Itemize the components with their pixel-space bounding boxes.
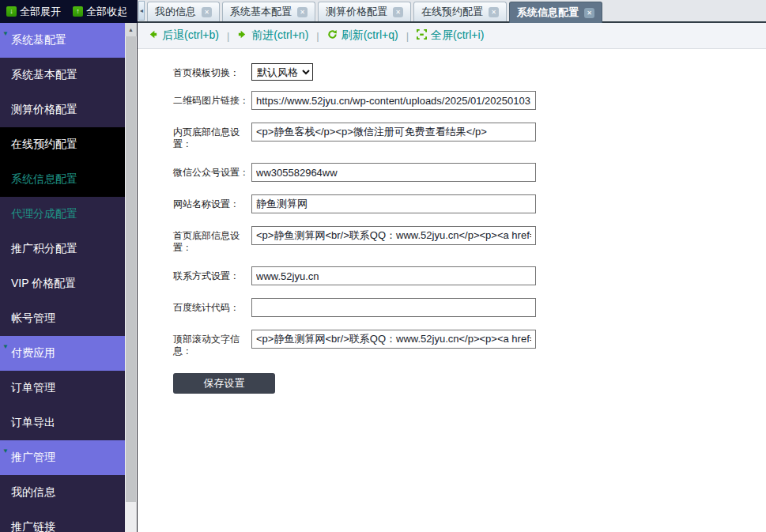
close-icon[interactable]: ✕ bbox=[393, 7, 403, 17]
form-row-qrcode-link: 二维码图片链接： bbox=[173, 91, 536, 110]
expand-all-button[interactable]: ↓ 全部展开 bbox=[6, 5, 61, 19]
settings-panel: 首页模板切换： 默认风格 二维码图片链接： 内页底部信息设置： 微信公众号设置：… bbox=[138, 49, 766, 532]
scroll-up-icon[interactable]: ▲ bbox=[125, 23, 137, 36]
field-label: 二维码图片链接： bbox=[173, 91, 251, 110]
sidebar-item-promo-points-config[interactable]: 推广积分配置 bbox=[0, 232, 125, 266]
admin-page: ↓ 全部展开 ↑ 全部收起 ◂ 我的信息 ✕ 系统基本配置 ✕ 测算价格配置 ✕… bbox=[0, 0, 766, 532]
tab-online-booking-config[interactable]: 在线预约配置 ✕ bbox=[413, 2, 507, 21]
qrcode-link-input[interactable] bbox=[251, 91, 536, 110]
tab-label: 系统基本配置 bbox=[230, 5, 292, 19]
tab-bar: ◂ 我的信息 ✕ 系统基本配置 ✕ 测算价格配置 ✕ 在线预约配置 ✕ 系统信息… bbox=[138, 0, 766, 23]
close-icon[interactable]: ✕ bbox=[202, 7, 212, 17]
sidebar-item-label: 订单导出 bbox=[11, 416, 55, 430]
nav-toolbar: 后退(ctrl+b) | 前进(ctrl+n) | 刷新(ctrl+q) | 全… bbox=[138, 23, 766, 49]
toolbar-separator: | bbox=[227, 30, 229, 42]
toolbar-separator: | bbox=[316, 30, 319, 42]
close-icon[interactable]: ✕ bbox=[297, 7, 308, 17]
sidebar-item-label: 推广积分配置 bbox=[11, 242, 77, 256]
sidebar-item-account-management[interactable]: 帐号管理 bbox=[0, 301, 125, 336]
form-row-site-name: 网站名称设置： bbox=[173, 194, 536, 213]
back-button[interactable]: 后退(ctrl+b) bbox=[148, 28, 219, 43]
sidebar-item-label: 在线预约配置 bbox=[11, 138, 77, 152]
close-icon[interactable]: ✕ bbox=[489, 7, 499, 17]
sidebar-item-order-management[interactable]: 订单管理 bbox=[0, 371, 125, 406]
toolbar-separator: | bbox=[406, 30, 409, 42]
tab-label: 我的信息 bbox=[155, 5, 196, 19]
refresh-label: 刷新(ctrl+q) bbox=[341, 28, 398, 43]
sidebar-item-paid-apps-group[interactable]: ▼ 付费应用 bbox=[0, 336, 125, 371]
fullscreen-icon bbox=[417, 29, 427, 42]
sidebar-item-online-booking-config[interactable]: 在线预约配置 bbox=[0, 127, 125, 162]
field-label: 百度统计代码： bbox=[173, 298, 251, 317]
sidebar-scrollbar[interactable]: ▲ bbox=[125, 23, 138, 532]
tab-my-info[interactable]: 我的信息 ✕ bbox=[147, 2, 220, 21]
forward-button[interactable]: 前进(ctrl+n) bbox=[237, 28, 308, 43]
top-scroll-text-input[interactable] bbox=[251, 330, 536, 349]
save-settings-button[interactable]: 保存设置 bbox=[173, 373, 275, 394]
sidebar-item-label: 代理分成配置 bbox=[11, 207, 77, 221]
sidebar-item-label: 订单管理 bbox=[11, 381, 55, 395]
field-label: 网站名称设置： bbox=[173, 194, 251, 213]
field-label: 顶部滚动文字信息： bbox=[173, 330, 251, 357]
sidebar-item-label: 系统基本配置 bbox=[11, 68, 77, 82]
sidebar-item-label: 帐号管理 bbox=[11, 311, 55, 326]
collapse-all-icon: ↑ bbox=[73, 6, 83, 17]
wechat-official-input[interactable] bbox=[251, 163, 536, 182]
expand-all-icon: ↓ bbox=[6, 6, 17, 17]
home-footer-info-input[interactable] bbox=[251, 226, 536, 245]
sidebar-item-label: 我的信息 bbox=[11, 485, 55, 500]
tab-label: 在线预约配置 bbox=[421, 5, 483, 19]
forward-arrow-icon bbox=[237, 29, 247, 42]
tab-system-basic-config[interactable]: 系统基本配置 ✕ bbox=[222, 2, 315, 21]
tab-label: 系统信息配置 bbox=[517, 6, 579, 20]
collapse-all-button[interactable]: ↑ 全部收起 bbox=[73, 5, 127, 19]
form-row-baidu-stats: 百度统计代码： bbox=[173, 298, 536, 317]
tab-scroll-left-button[interactable]: ◂ bbox=[138, 1, 145, 21]
sidebar-item-promo-link[interactable]: 推广链接 bbox=[0, 510, 125, 532]
sidebar-item-system-base-group[interactable]: ▼ 系统基配置 bbox=[0, 23, 125, 58]
sidebar-item-promotion-group[interactable]: ▼ 推广管理 bbox=[0, 440, 125, 475]
tab-calc-price-config[interactable]: 测算价格配置 ✕ bbox=[318, 2, 411, 21]
fullscreen-label: 全屏(ctrl+i) bbox=[431, 28, 484, 43]
baidu-stats-input[interactable] bbox=[251, 298, 536, 317]
refresh-icon bbox=[327, 29, 338, 42]
sidebar-item-label: 系统信息配置 bbox=[11, 172, 77, 187]
back-label: 后退(ctrl+b) bbox=[162, 28, 219, 43]
form-row-top-scroll-text: 顶部滚动文字信息： bbox=[173, 330, 536, 357]
sidebar-item-label: VIP 价格配置 bbox=[11, 277, 76, 291]
home-template-select[interactable]: 默认风格 bbox=[251, 63, 313, 81]
sidebar-item-label: 付费应用 bbox=[11, 346, 55, 360]
sidebar-item-label: 测算价格配置 bbox=[11, 103, 77, 117]
contact-input[interactable] bbox=[251, 266, 536, 285]
field-label: 首页模板切换： bbox=[173, 63, 251, 81]
sidebar-menu: ▼ 系统基配置 系统基本配置 测算价格配置 在线预约配置 系统信息配置 代理分成… bbox=[0, 23, 125, 532]
sidebar-item-order-export[interactable]: 订单导出 bbox=[0, 406, 125, 440]
form-row-contact: 联系方式设置： bbox=[173, 266, 536, 285]
field-label: 联系方式设置： bbox=[173, 266, 251, 285]
chevron-down-icon: ▼ bbox=[2, 30, 9, 37]
sidebar-item-label: 系统基配置 bbox=[11, 33, 66, 47]
sidebar-item-calc-price-config[interactable]: 测算价格配置 bbox=[0, 92, 125, 127]
field-label: 首页底部信息设置： bbox=[173, 226, 251, 254]
tab-system-info-config[interactable]: 系统信息配置 ✕ bbox=[509, 2, 602, 23]
close-icon[interactable]: ✕ bbox=[584, 8, 594, 18]
scrollbar-thumb[interactable] bbox=[126, 36, 136, 502]
collapse-all-label: 全部收起 bbox=[86, 5, 127, 19]
fullscreen-button[interactable]: 全屏(ctrl+i) bbox=[417, 28, 484, 43]
scroll-left-icon: ◂ bbox=[140, 7, 143, 14]
sidebar-item-system-basic-config[interactable]: 系统基本配置 bbox=[0, 58, 125, 92]
expand-all-label: 全部展开 bbox=[20, 5, 61, 19]
inner-footer-info-input[interactable] bbox=[251, 123, 536, 141]
sidebar-item-system-info-config[interactable]: 系统信息配置 bbox=[0, 162, 125, 197]
form-row-home-template: 首页模板切换： 默认风格 bbox=[173, 63, 536, 81]
sidebar-item-vip-price-config[interactable]: VIP 价格配置 bbox=[0, 266, 125, 301]
form-row-inner-footer-info: 内页底部信息设置： bbox=[173, 123, 536, 150]
sidebar-item-my-info[interactable]: 我的信息 bbox=[0, 475, 125, 510]
chevron-down-icon: ▼ bbox=[2, 343, 9, 350]
refresh-button[interactable]: 刷新(ctrl+q) bbox=[327, 28, 398, 43]
sidebar-item-agent-commission-config[interactable]: 代理分成配置 bbox=[0, 197, 125, 232]
field-label: 内页底部信息设置： bbox=[173, 123, 251, 150]
chevron-down-icon: ▼ bbox=[2, 447, 9, 455]
site-name-input[interactable] bbox=[251, 194, 536, 213]
sidebar-header-bar: ↓ 全部展开 ↑ 全部收起 bbox=[0, 0, 138, 23]
